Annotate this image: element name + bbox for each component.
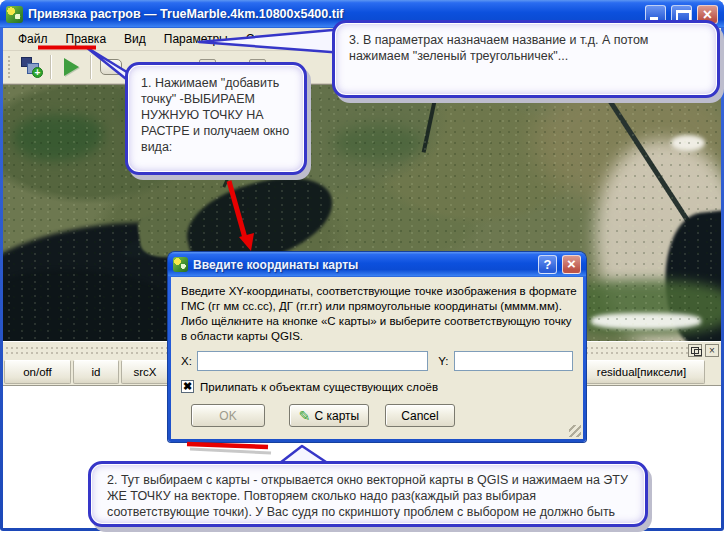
dialog-body: Введите XY-координаты, соответствующие т… (171, 277, 583, 439)
from-map-button[interactable]: ✎ С карты (289, 404, 369, 427)
help-button[interactable]: ? (538, 255, 557, 274)
qgis-dialog-icon (173, 257, 188, 272)
enter-map-coordinates-dialog: Введите координаты карты ? × Введите XY-… (168, 252, 586, 442)
callout-step2: 2. Тут выбираем с карты - открывается ок… (88, 461, 648, 527)
snap-checkbox-row: ✖ Прилипать к объектам существующих слоё… (181, 380, 573, 393)
menu-settings[interactable]: Параметры (155, 29, 237, 49)
qgis-app-icon (6, 6, 23, 23)
dialog-resize-grip[interactable] (569, 425, 581, 437)
dialog-instructions: Введите XY-координаты, соответствующие т… (181, 284, 579, 344)
column-header-onoff[interactable]: on/off (4, 360, 71, 384)
panel-float-button[interactable] (688, 344, 702, 357)
toolbar-separator (90, 55, 92, 79)
add-point-icon: + (19, 56, 43, 78)
toolbar-separator (50, 55, 52, 79)
column-header-residual[interactable]: residual[пиксели] (578, 360, 705, 384)
callout-step1: 1. Нажимаем "добавить точку" -ВЫБИРАЕМ Н… (125, 62, 307, 175)
callout-step3: 3. В параметрах назначаем название и т.д… (332, 20, 720, 98)
y-label: Y: (438, 355, 454, 367)
snap-checkbox-label: Прилипать к объектам существующих слоёв (200, 381, 438, 393)
dialog-title-bar[interactable]: Введите координаты карты ? × (168, 252, 586, 277)
script-scroll-icon (100, 59, 122, 75)
toolbar-grip[interactable] (7, 55, 12, 79)
menu-edit[interactable]: Правка (57, 29, 116, 49)
cancel-button[interactable]: Cancel (385, 404, 455, 427)
add-point-button[interactable]: + (18, 54, 44, 80)
dialog-close-button[interactable]: × (562, 255, 581, 274)
dialog-buttons-row: OK ✎ С карты Cancel (181, 404, 573, 427)
menu-help[interactable]: Справка (237, 29, 302, 49)
window-title: Привязка растров — TrueMarble.4km.10800x… (28, 7, 640, 21)
x-label: X: (181, 355, 197, 367)
column-header-srcx[interactable]: srcX (121, 360, 169, 384)
menu-file[interactable]: Файл (9, 29, 57, 49)
coordinate-inputs-row: X: Y: (181, 351, 573, 371)
y-coordinate-input[interactable] (454, 351, 573, 371)
gdal-script-button[interactable] (98, 54, 124, 80)
ok-button[interactable]: OK (191, 404, 265, 427)
pencil-icon: ✎ (299, 410, 311, 422)
x-coordinate-input[interactable] (197, 351, 428, 371)
panel-close-button[interactable]: × (705, 344, 719, 357)
dialog-title: Введите координаты карты (193, 258, 533, 272)
green-triangle-icon (64, 58, 79, 76)
column-header-id[interactable]: id (73, 360, 119, 384)
from-map-label: С карты (315, 409, 360, 423)
snap-checkbox-checked[interactable]: ✖ (181, 380, 194, 393)
menu-view[interactable]: Вид (115, 29, 155, 49)
start-georeferencing-button[interactable] (58, 54, 84, 80)
